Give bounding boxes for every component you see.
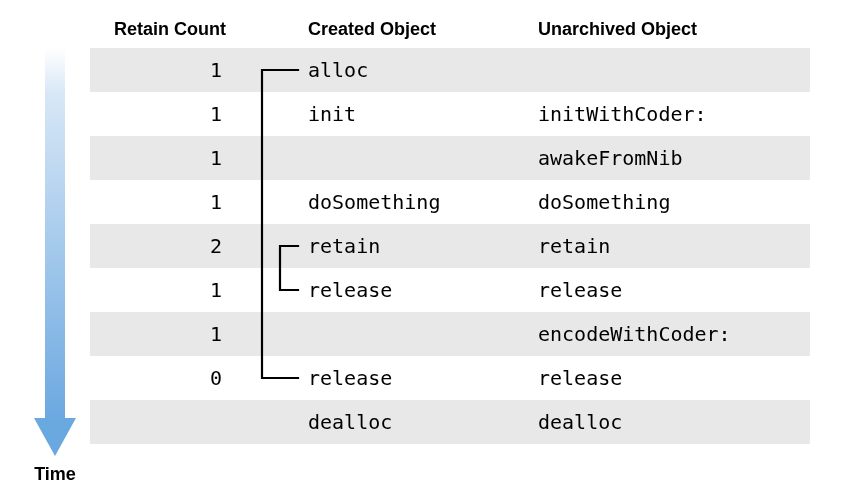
unarchived-cell: awakeFromNib [530,146,810,170]
unarchived-cell: initWithCoder: [530,102,810,126]
unarchived-cell: encodeWithCoder: [530,322,810,346]
table-row: dealloc dealloc [90,400,810,444]
retain-count-cell: 1 [90,58,250,82]
retain-count-cell: 1 [90,146,250,170]
diagram-root: Time Retain Count Created Object Unarchi… [20,10,842,485]
table-row: 1 init initWithCoder: [90,92,810,136]
retain-count-cell: 1 [90,322,250,346]
created-cell: alloc [300,58,530,82]
time-arrow-icon [30,48,80,456]
unarchived-cell: dealloc [530,410,810,434]
table-row: 0 release release [90,356,810,400]
created-cell: retain [300,234,530,258]
time-label: Time [34,464,76,485]
created-cell: release [300,366,530,390]
time-arrow-column: Time [20,48,90,485]
lifecycle-table: Retain Count Created Object Unarchived O… [90,10,810,444]
table-row: 1 doSomething doSomething [90,180,810,224]
retain-count-cell: 2 [90,234,250,258]
table-header: Retain Count Created Object Unarchived O… [90,10,810,48]
created-cell: init [300,102,530,126]
svg-marker-1 [34,418,76,456]
header-retain-count: Retain Count [90,19,250,40]
table-row: 1 encodeWithCoder: [90,312,810,356]
unarchived-cell: doSomething [530,190,810,214]
table-row: 1 awakeFromNib [90,136,810,180]
header-created-object: Created Object [300,19,530,40]
unarchived-cell: release [530,278,810,302]
unarchived-cell: release [530,366,810,390]
retain-count-cell: 1 [90,102,250,126]
retain-count-cell: 1 [90,190,250,214]
table-row: 2 retain retain [90,224,810,268]
retain-count-cell: 0 [90,366,250,390]
unarchived-cell: retain [530,234,810,258]
retain-count-cell: 1 [90,278,250,302]
created-cell: doSomething [300,190,530,214]
created-cell: release [300,278,530,302]
svg-rect-0 [45,48,65,422]
header-unarchived-object: Unarchived Object [530,19,810,40]
created-cell: dealloc [300,410,530,434]
table-row: 1 release release [90,268,810,312]
table-row: 1 alloc [90,48,810,92]
